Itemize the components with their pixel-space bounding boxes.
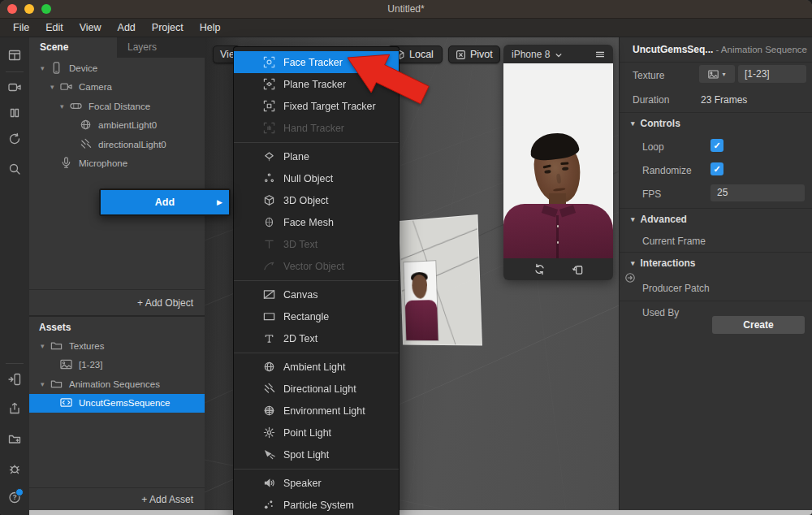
send-to-device-icon[interactable]: [8, 373, 21, 386]
annotation-arrow: [348, 45, 430, 106]
left-toolbar: ?: [0, 37, 30, 515]
controls-section-header[interactable]: ▾Controls: [631, 118, 680, 129]
menu-item-plane[interactable]: Plane: [234, 145, 399, 167]
portrait-mouth: [553, 188, 565, 192]
add-asset-button[interactable]: + Add Asset: [29, 487, 205, 510]
texture-label: Texture: [633, 70, 664, 81]
menu-view[interactable]: View: [71, 19, 110, 37]
add-object-button[interactable]: + Add Object: [29, 289, 205, 315]
menu-add[interactable]: Add: [110, 19, 144, 37]
caret-down-icon[interactable]: ▾: [60, 102, 70, 110]
texture-type-dropdown[interactable]: ▾: [699, 65, 735, 83]
duration-value: 23 Frames: [701, 94, 747, 106]
tree-item-device[interactable]: ▾Device: [29, 58, 205, 78]
menu-separator: [234, 277, 399, 283]
advanced-section-header[interactable]: ▾Advanced: [631, 214, 687, 225]
search-icon[interactable]: [8, 162, 21, 175]
pause-icon[interactable]: [8, 106, 21, 119]
menu-item-particle-system[interactable]: Particle System: [234, 494, 399, 515]
menu-file[interactable]: File: [5, 19, 37, 37]
tree-item--1-23-[interactable]: [1-23]: [29, 356, 205, 375]
scene-panel: Scene Layers ▾Device▾Camera▾Focal Distan…: [29, 37, 205, 315]
assets-panel: Assets ▾Textures[1-23]▾Animation Sequenc…: [29, 315, 205, 510]
menu-edit[interactable]: Edit: [37, 19, 71, 37]
tree-item-textures[interactable]: ▾Textures: [29, 336, 205, 356]
menu-item-face-mesh[interactable]: Face Mesh: [234, 211, 399, 233]
menu-item-ambient-light[interactable]: Ambient Light: [234, 356, 399, 378]
tree-item-focal-distance[interactable]: ▾Focal Distance: [29, 97, 205, 116]
used-by-label: Used By: [642, 307, 679, 318]
null-object-icon: [263, 172, 275, 184]
menu-item-directional-light[interactable]: Directional Light: [234, 378, 399, 400]
caret-down-icon[interactable]: ▾: [41, 380, 50, 388]
current-frame-label: Current Frame: [642, 236, 706, 247]
video-camera-icon[interactable]: [8, 80, 21, 93]
shirt-placket: [556, 215, 559, 258]
plane-tracker-icon: [263, 78, 275, 90]
add-menu-item[interactable]: Add ▶: [101, 190, 229, 214]
sequence-texture-preview: [404, 261, 438, 340]
menu-project[interactable]: Project: [144, 19, 192, 37]
submenu-arrow-icon: ▶: [217, 198, 222, 206]
tab-scene[interactable]: Scene: [29, 37, 117, 58]
interactions-section-header[interactable]: ▾Interactions: [631, 258, 696, 269]
tree-item-directionallight0[interactable]: directionalLight0: [29, 135, 205, 154]
camera-flip-icon[interactable]: [533, 263, 546, 275]
tree-item-label: Animation Sequences: [69, 379, 160, 389]
focal-distance-icon: [70, 100, 83, 113]
caret-down-icon: ▾: [631, 259, 635, 267]
randomize-checkbox[interactable]: ✓: [710, 162, 723, 175]
simulator-screen[interactable]: [503, 63, 613, 258]
hand-tracker-icon: [263, 122, 275, 134]
point-light-icon: [263, 426, 275, 439]
menu-item-null-object[interactable]: Null Object: [234, 167, 399, 189]
chevron-down-icon[interactable]: [555, 50, 563, 58]
tree-item-ambientlight0[interactable]: ambientLight0: [29, 116, 205, 136]
rotate-device-icon[interactable]: [572, 263, 584, 275]
simulator-menu-icon[interactable]: [594, 50, 606, 59]
menu-item-canvas[interactable]: Canvas: [234, 283, 399, 305]
shirt-button: [557, 225, 559, 227]
pivot-button[interactable]: Pivot: [448, 45, 500, 63]
restart-icon[interactable]: [8, 132, 21, 145]
caret-down-icon[interactable]: ▾: [41, 342, 50, 350]
menu-item-environment-light[interactable]: Environment Light: [234, 400, 399, 422]
tree-item-microphone[interactable]: Microphone: [29, 154, 205, 174]
menu-item-rectangle[interactable]: Rectangle: [234, 305, 399, 327]
inspector-title: UncutGemsSeq...: [633, 44, 713, 55]
help-icon[interactable]: ?: [8, 491, 21, 504]
inspector-panel: UncutGemsSeq... - Animation Sequence Tex…: [619, 37, 812, 515]
menu-item-hand-tracker: Hand Tracker: [234, 117, 399, 139]
image-icon: [708, 69, 719, 80]
loop-checkbox[interactable]: ✓: [710, 139, 723, 152]
tab-layers[interactable]: Layers: [117, 37, 205, 58]
fps-input[interactable]: 25: [710, 184, 805, 201]
tree-item-uncutgemssequence[interactable]: UncutGemsSequence: [29, 394, 205, 413]
menu-item-3d-object[interactable]: 3D Object: [234, 189, 399, 211]
patch-output-icon[interactable]: [624, 272, 636, 283]
simulator-device-select[interactable]: iPhone 8: [512, 49, 550, 60]
caret-down-icon[interactable]: ▾: [50, 83, 60, 91]
text-2d-icon: [263, 332, 275, 344]
create-producer-patch-button[interactable]: Create: [712, 316, 805, 334]
tree-item-camera[interactable]: ▾Camera: [29, 78, 205, 97]
divider: [620, 301, 812, 301]
advanced-header-label: Advanced: [641, 214, 687, 225]
menu-item-spot-light[interactable]: Spot Light: [234, 444, 399, 465]
new-folder-icon[interactable]: [8, 432, 21, 445]
texture-value-field[interactable]: [1-23]: [738, 65, 806, 83]
window-bottom-edge: [29, 510, 812, 515]
bug-icon[interactable]: [8, 462, 21, 475]
pivot-icon: [456, 50, 466, 60]
menu-help[interactable]: Help: [192, 19, 229, 37]
menu-item-point-light[interactable]: Point Light: [234, 422, 399, 444]
3d-plane-object[interactable]: [399, 214, 482, 346]
caret-down-icon[interactable]: ▾: [41, 64, 50, 72]
export-icon[interactable]: [8, 402, 21, 415]
tree-item-animation-sequences[interactable]: ▾Animation Sequences: [29, 374, 205, 394]
menu-item-speaker[interactable]: Speaker: [234, 472, 399, 494]
titlebar: Untitled*: [0, 0, 812, 19]
panels-icon[interactable]: [8, 49, 21, 62]
menu-item-2d-text[interactable]: 2D Text: [234, 327, 399, 349]
randomize-label: Randomize: [642, 165, 692, 176]
